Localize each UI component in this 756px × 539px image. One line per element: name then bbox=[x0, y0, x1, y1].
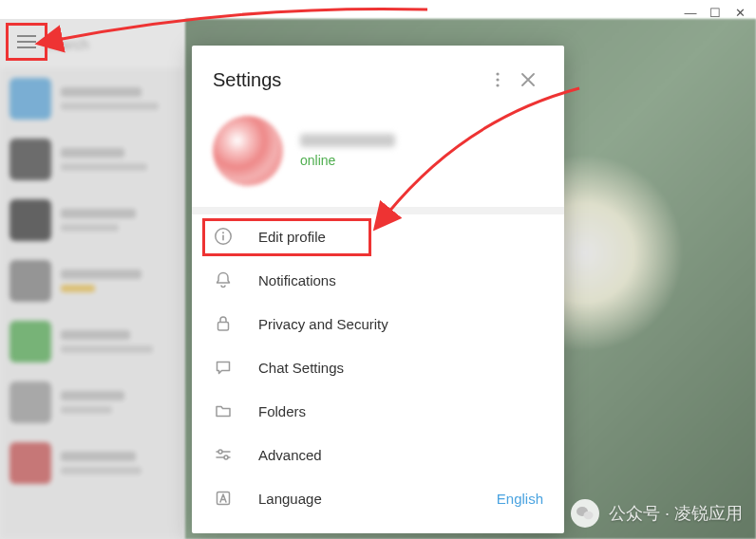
settings-row-value: English bbox=[497, 491, 543, 507]
settings-title: Settings bbox=[213, 69, 482, 91]
more-button[interactable] bbox=[482, 65, 513, 95]
settings-row-folders[interactable]: Folders bbox=[192, 389, 564, 433]
svg-point-0 bbox=[496, 72, 499, 75]
svg-point-4 bbox=[222, 232, 224, 233]
divider bbox=[192, 207, 564, 214]
svg-rect-6 bbox=[218, 323, 229, 331]
settings-row-advanced[interactable]: Advanced bbox=[192, 433, 564, 476]
watermark-text: 公众号 · 凌锐应用 bbox=[609, 502, 743, 525]
settings-row-edit-profile[interactable]: Edit profile bbox=[192, 214, 564, 258]
hamburger-menu-button[interactable] bbox=[17, 35, 36, 48]
profile-name-redacted bbox=[300, 134, 395, 147]
settings-row-label: Language bbox=[258, 491, 322, 507]
profile-section[interactable]: online bbox=[192, 110, 564, 207]
settings-row-label: Privacy and Security bbox=[258, 316, 388, 332]
maximize-button[interactable]: ☐ bbox=[707, 4, 724, 21]
kebab-icon bbox=[496, 72, 500, 87]
wechat-icon bbox=[571, 499, 599, 528]
settings-row-chat[interactable]: Chat Settings bbox=[192, 345, 564, 389]
language-icon bbox=[213, 488, 234, 509]
avatar bbox=[213, 116, 283, 186]
svg-rect-5 bbox=[222, 235, 224, 241]
settings-row-label: Notifications bbox=[258, 272, 336, 288]
watermark: 公众号 · 凌锐应用 bbox=[571, 499, 743, 528]
bell-icon bbox=[213, 270, 234, 290]
svg-point-11 bbox=[583, 511, 593, 519]
settings-row-language[interactable]: Language English bbox=[192, 476, 564, 520]
settings-row-label: Chat Settings bbox=[258, 360, 344, 376]
hamburger-highlight bbox=[6, 23, 47, 61]
window-controls: — ☐ ✕ bbox=[674, 0, 756, 25]
close-button[interactable]: ✕ bbox=[731, 4, 748, 21]
settings-row-label: Folders bbox=[258, 403, 306, 419]
minimize-button[interactable]: — bbox=[682, 4, 699, 21]
settings-row-label: Advanced bbox=[258, 447, 322, 463]
info-icon bbox=[213, 226, 234, 247]
close-settings-button[interactable] bbox=[513, 65, 543, 95]
lock-icon bbox=[213, 313, 234, 334]
folder-icon bbox=[213, 400, 234, 421]
settings-list: Edit profile Notifications Privacy and S… bbox=[192, 214, 564, 533]
settings-row-notifications[interactable]: Notifications bbox=[192, 258, 564, 302]
settings-row-privacy[interactable]: Privacy and Security bbox=[192, 302, 564, 345]
close-icon bbox=[521, 73, 535, 86]
svg-point-2 bbox=[496, 84, 499, 86]
profile-status: online bbox=[300, 153, 395, 168]
settings-panel: Settings online Edit profile bbox=[192, 46, 564, 533]
settings-row-label: Edit profile bbox=[258, 229, 326, 245]
svg-point-1 bbox=[496, 78, 499, 81]
chat-icon bbox=[213, 357, 234, 378]
svg-point-7 bbox=[218, 450, 222, 454]
svg-point-8 bbox=[224, 455, 228, 459]
sliders-icon bbox=[213, 444, 234, 465]
settings-header: Settings bbox=[192, 46, 564, 110]
